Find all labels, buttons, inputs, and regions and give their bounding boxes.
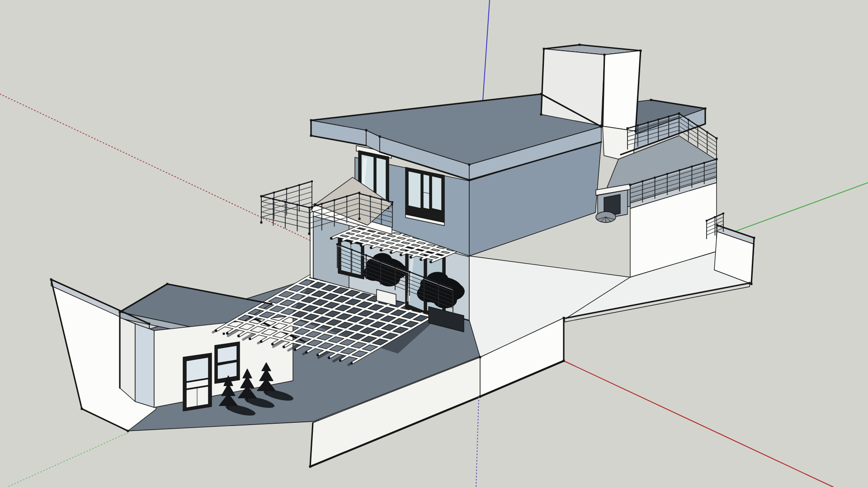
upperfloor-window-pane-right bbox=[432, 176, 442, 211]
annex-door-glass[interactable] bbox=[186, 357, 208, 382]
annex-corner-chamfer[interactable] bbox=[135, 324, 154, 407]
annex-window-glass-top bbox=[217, 345, 237, 363]
chimney-right-face[interactable] bbox=[603, 51, 641, 131]
upperfloor-window-pane-left bbox=[408, 171, 421, 208]
model-canvas[interactable] bbox=[0, 0, 868, 487]
chimney-front-face[interactable] bbox=[541, 49, 604, 126]
annex-west-wall[interactable] bbox=[120, 317, 135, 402]
spiral-stair-landing[interactable] bbox=[596, 212, 616, 222]
upperfloor-window-pane-mid bbox=[423, 174, 429, 209]
sketchup-viewport[interactable] bbox=[0, 0, 868, 487]
